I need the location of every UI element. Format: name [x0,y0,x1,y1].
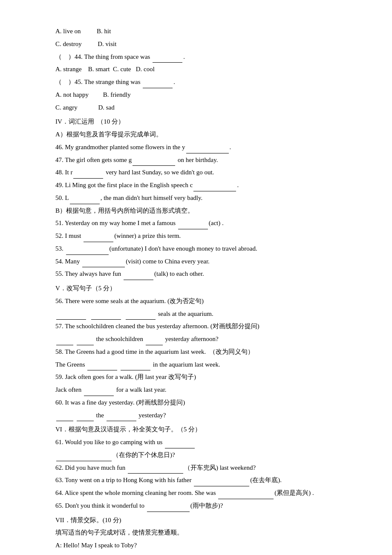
blank-61a [165,448,195,448]
section-iv-partb: B）根据句意，用括号内所给词的适当形式填空。 [55,205,349,217]
blank-49 [193,191,236,191]
q60-prompt: 60. It was a fine day yesterday. (对画线部分提… [55,397,349,409]
q45-option-ab: A. not happy B. friendly [55,89,349,101]
blank-56b [91,319,121,320]
q59-answer: Jack often for a walk last year. [55,384,349,396]
blank-57c [146,345,163,345]
section-vii-desc: 填写适当的句子完成对话，使情景完整通顺。 [55,527,349,539]
blank-56c [126,319,156,320]
blank-57b [77,345,94,345]
q53: 53. (unfortunate) I don't have enough mo… [55,243,349,255]
q55: 55. They always have fun (talk) to each … [55,268,349,280]
blank-57a [56,345,73,345]
q45-line: （ ）45. The strange thing was . [55,76,349,88]
q54: 54. Many (visit) come to China every yea… [55,256,349,268]
blank-55 [124,280,153,280]
blank-63 [194,486,249,486]
section-vi-title: VI．根据句意及汉语提示，补全英文句子。（5 分） [55,424,349,436]
section-v-title: V．改写句子（5 分） [55,283,349,295]
blank-53 [66,254,109,255]
q45-option-cd: C. angry D. sad [55,102,349,114]
blank-50 [70,204,100,204]
q58-answer: The Greens in the aquarium last week. [55,359,349,371]
q46: 46. My grandmother planted some flowers … [55,142,349,153]
section-vii-title: VII．情景交际。(10 分) [55,515,349,526]
q65: 65. Don't you think it wonderful to (雨中散… [55,500,349,512]
q60-answer: the yesterday? [55,410,349,422]
blank-58b [121,370,150,370]
q52: 52. I must (winner) a prize this term. [55,230,349,242]
line-c-destroy: C. destroy D. visit [55,38,349,50]
section-iv-parta: A）根据句意及首字母提示完成单词。 [55,129,349,141]
q64: 64. Alice spent the whole morning cleani… [55,487,349,499]
q61-line1: 61. Would you like to go camping with us [55,436,349,448]
blank-59 [84,396,114,396]
blank-48 [73,178,103,179]
q50: 50. L, the man didn't hurt himself very … [55,192,349,204]
blank-54 [82,267,125,267]
blank-56a [56,319,86,320]
blank-62 [128,473,183,474]
q57-answer: the schoolchildren yesterday afternoon? [55,333,349,345]
q49: 49. Li Ming got the first place in the E… [55,179,349,191]
blank-45 [143,88,173,88]
q44-options: A. strange B. smart C. cute D. cool [55,64,349,75]
blank-44 [153,62,182,63]
section-iv-title: IV．词汇运用 （10 分） [55,116,349,128]
q44-line: （ ）44. The thing from space was . [55,51,349,63]
blank-46 [186,153,229,153]
blank-60c [107,421,136,421]
blank-60b [77,421,94,421]
q57-prompt: 57. The schoolchildren cleaned the bus y… [55,321,349,332]
q59-prompt: 59. Jack often goes for a walk. (用 last … [55,371,349,383]
q56-prompt: 56. There were some seals at the aquariu… [55,295,349,307]
dialog-a1: A: Hello! May I speak to Toby? [55,540,349,552]
q62: 62. Did you have much fun （开车兜风) last we… [55,462,349,474]
blank-60a [56,421,73,421]
page-content: A. live on B. hit C. destroy D. visit （ … [55,26,349,555]
q63: 63. Tony went on a trip to Hong Kong wit… [55,474,349,486]
dialog-b1: B: 66 [55,552,349,555]
line-a-live: A. live on B. hit [55,26,349,38]
blank-52 [84,242,113,242]
blank-51 [178,229,208,229]
blank-47 [133,165,175,166]
blank-58a [87,370,117,370]
q61-line2: （在你的下个休息日)? [55,449,349,461]
q47: 47. The girl often gets some g on her bi… [55,154,349,166]
q58-prompt: 58. The Greens had a good time in the aq… [55,346,349,358]
q51: 51. Yesterday on my way home I met a fam… [55,217,349,229]
blank-65 [147,512,190,512]
blank-64 [218,499,274,499]
q56-answer: seals at the aquarium. [55,308,349,320]
q48: 48. It r very hard last Sunday, so we di… [55,167,349,179]
blank-61b [56,461,112,461]
